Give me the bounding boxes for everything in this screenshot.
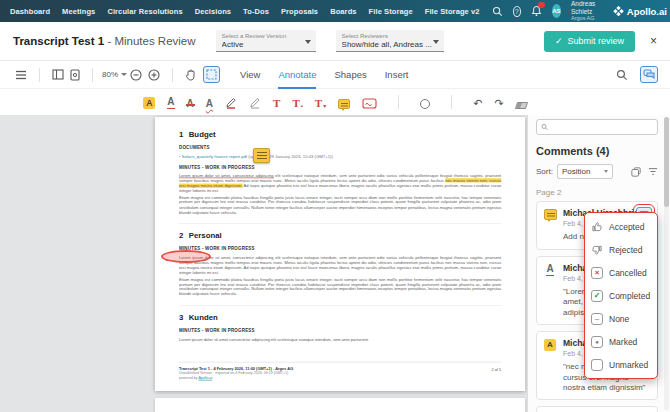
text-highlight-tool-icon[interactable]: A: [143, 95, 155, 109]
nav-item-circular-resolutions[interactable]: Circular Resolutions: [107, 7, 182, 16]
brand-logo[interactable]: Apollo.ai: [613, 6, 667, 17]
section-number: 1: [179, 130, 183, 139]
attachment-link[interactable]: Solaris_quarterly finance report.pdf: [182, 154, 247, 158]
sort-row: Sort: Position: [536, 164, 658, 179]
minus-square-icon: –: [591, 313, 603, 325]
thumbnails-panel-icon[interactable]: [52, 69, 64, 80]
avatar[interactable]: AS: [552, 4, 561, 18]
ink-pen-tool-icon[interactable]: [225, 95, 237, 109]
nav-item-dashboard[interactable]: Dashboard: [10, 7, 50, 16]
sticky-note-tool-icon[interactable]: [338, 95, 350, 109]
comments-panel-toggle[interactable]: [640, 66, 658, 83]
document-canvas[interactable]: 1 Budget DOCUMENTS • Solaris_quarterly f…: [0, 115, 527, 412]
ellipse-tool-icon[interactable]: [420, 95, 430, 109]
chevron-down-icon: [604, 170, 608, 173]
notifications-bell-icon[interactable]: [531, 5, 542, 17]
filter-icon[interactable]: [648, 167, 658, 176]
text-strikeout-tool-icon[interactable]: A: [187, 95, 194, 109]
ink-highlighter-tool-icon[interactable]: [249, 95, 261, 109]
reviewers-value: Show/hide all, Andreas ...: [342, 40, 438, 49]
undo-icon[interactable]: ↶: [473, 95, 482, 109]
menu-item-cancelled[interactable]: × Cancelled: [585, 261, 657, 284]
menu-item-completed[interactable]: ✓ Completed: [585, 284, 657, 307]
page-group-label: Page 2: [536, 188, 658, 197]
comments-heading: Comments (4): [536, 145, 658, 157]
sidebar-scrollbar[interactable]: [664, 117, 669, 410]
eraser-icon[interactable]: [516, 95, 527, 109]
marquee-select-tool[interactable]: [203, 66, 220, 83]
comments-sidebar: Comments (4) Sort: Position Page 2: [527, 115, 670, 412]
nav-item-proposals[interactable]: Proposals: [281, 7, 318, 16]
footer-title: Transcript Test 1 - 4 February 2026, 11:…: [179, 366, 501, 370]
zoom-out-button[interactable]: [130, 69, 142, 81]
chevron-down-icon: [433, 40, 439, 44]
section-divider: [179, 223, 501, 224]
paragraph: Lorem ipsum dolor sit amet, consectetur …: [179, 255, 501, 275]
red-ellipse-annotation[interactable]: [161, 250, 211, 263]
reviewers-select[interactable]: Select Reviewers Show/hide all, Andreas …: [336, 30, 444, 52]
attachment-row: • Solaris_quarterly finance report.pdf (…: [179, 154, 501, 158]
pan-hand-icon[interactable]: [185, 69, 196, 81]
nav-item-boards[interactable]: Boards: [330, 7, 356, 16]
section-heading: 1 Budget: [179, 130, 501, 139]
sort-select[interactable]: Position: [557, 164, 613, 179]
free-text-tool-icon[interactable]: T: [273, 95, 280, 109]
page-title: Transcript Test 1 - Minutes Review: [13, 35, 196, 47]
menu-item-none[interactable]: – None: [585, 307, 657, 330]
menu-item-marked[interactable]: ● Marked: [585, 330, 657, 353]
dot-square-icon: ●: [591, 336, 603, 348]
comments-search-box[interactable]: [536, 119, 658, 135]
menu-item-unmarked[interactable]: Unmarked: [585, 353, 657, 376]
text-squiggly-tool-icon[interactable]: A: [206, 95, 213, 109]
tab-annotate[interactable]: Annotate: [278, 61, 316, 89]
nav-item-decisions[interactable]: Decisions: [195, 7, 231, 16]
comments-search-input[interactable]: [551, 123, 653, 132]
callout-text-tool-icon[interactable]: T▪: [292, 95, 302, 109]
menu-hamburger-icon[interactable]: [15, 70, 27, 80]
paragraph: Etiam magna est commodo platea faucibus …: [179, 277, 501, 297]
nav-item-file-storage-v2[interactable]: File Storage v2: [425, 7, 480, 16]
submit-review-button[interactable]: ✓ Submit review: [544, 31, 635, 52]
nav-item-meetings[interactable]: Meetings: [62, 7, 95, 16]
redo-icon[interactable]: ↷: [494, 95, 503, 109]
menu-item-rejected[interactable]: Rejected: [585, 238, 657, 261]
text-underline-tool-icon[interactable]: A: [167, 95, 174, 109]
main-area: 1 Budget DOCUMENTS • Solaris_quarterly f…: [0, 115, 670, 412]
stamp-tool-icon[interactable]: [362, 95, 377, 109]
minutes-label: MINUTES - WORK IN PROGRESS: [179, 328, 501, 333]
help-icon[interactable]: ?: [513, 6, 521, 17]
x-square-icon: ×: [591, 267, 603, 279]
review-version-select[interactable]: Select a Review Version Active: [216, 30, 316, 52]
footer-version: Unpublished Version - exported on 4 Febr…: [179, 371, 501, 375]
comment-card[interactable]: Andreas Schietz Feb 4, 9:29 AM –: [536, 406, 658, 412]
zoom-in-button[interactable]: [148, 69, 160, 81]
powered-link[interactable]: Apollo.ai: [198, 376, 212, 380]
sticky-note-annotation[interactable]: [253, 148, 270, 163]
chevron-down-icon: [121, 73, 127, 76]
zoom-level-dropdown[interactable]: 80%: [102, 70, 127, 79]
export-annotations-icon[interactable]: [631, 167, 641, 177]
powered-prefix: powered by: [179, 376, 198, 380]
user-menu[interactable]: Andreas Schietz Argos AG: [571, 0, 603, 21]
minutes-label: MINUTES - WORK IN PROGRESS: [179, 164, 501, 169]
search-icon[interactable]: [492, 6, 503, 17]
tab-insert[interactable]: Insert: [385, 61, 409, 89]
tab-view[interactable]: View: [240, 61, 260, 89]
close-icon[interactable]: ×: [650, 35, 657, 47]
section-heading: 2 Personal: [179, 231, 501, 240]
documents-label: DOCUMENTS: [179, 145, 501, 150]
reviewers-label: Select Reviewers: [342, 33, 438, 39]
text-insert-tool-icon[interactable]: T▾: [315, 95, 326, 109]
page-view-icon[interactable]: [70, 69, 80, 81]
bullet: •: [179, 154, 180, 158]
nav-item-file-storage[interactable]: File Storage: [369, 7, 413, 16]
document-search-icon[interactable]: [616, 69, 628, 81]
top-nav-bar: Dashboard Meetings Circular Resolutions …: [0, 0, 670, 22]
page-content: 1 Budget DOCUMENTS • Solaris_quarterly f…: [155, 117, 525, 391]
tab-shapes[interactable]: Shapes: [334, 61, 366, 89]
section-heading: 3 Kunden: [179, 313, 501, 322]
menu-item-accepted[interactable]: Accepted: [585, 215, 657, 238]
document-page: 1 Budget DOCUMENTS • Solaris_quarterly f…: [155, 117, 525, 391]
paragraph: Lorem ipsum dolor sit amet, consectetur …: [179, 173, 501, 193]
nav-item-todos[interactable]: To-Dos: [243, 7, 269, 16]
